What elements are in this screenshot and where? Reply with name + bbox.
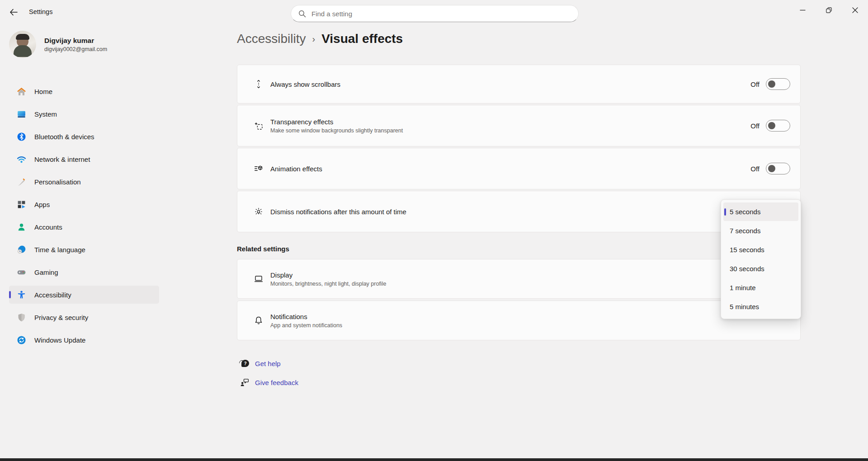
sidebar-item-windows-update[interactable]: Windows Update [9, 331, 159, 349]
sidebar-item-time-language[interactable]: Time & language [9, 240, 159, 259]
setting-title: Animation effects [270, 165, 750, 173]
sidebar-item-label: Time & language [34, 246, 85, 254]
search-box[interactable] [291, 5, 579, 22]
user-profile[interactable]: Digvijay kumar digvijay0002@gmail.com [9, 31, 107, 58]
sidebar-item-label: Privacy & security [34, 314, 88, 321]
sidebar-item-network[interactable]: Network & internet [9, 150, 159, 168]
sidebar-item-label: Accessibility [34, 291, 71, 299]
search-icon [298, 10, 306, 18]
related-title: Notifications [270, 313, 790, 320]
sidebar-item-bluetooth[interactable]: Bluetooth & devices [9, 127, 159, 146]
setting-row-dismiss-notifications: Dismiss notifications after this amount … [237, 191, 801, 232]
personalisation-icon [16, 177, 26, 187]
sidebar-item-label: Home [34, 88, 52, 95]
toggle-state-label: Off [750, 80, 760, 88]
back-button[interactable] [6, 5, 21, 19]
toggle-knob [768, 165, 775, 172]
search-input[interactable] [311, 10, 571, 18]
dropdown-option-7-seconds[interactable]: 7 seconds [723, 221, 798, 240]
app-title: Settings [29, 8, 52, 15]
sidebar-item-apps[interactable]: Apps [9, 195, 159, 213]
give-feedback-label: Give feedback [255, 379, 298, 386]
related-row-display[interactable]: Display Monitors, brightness, night ligh… [237, 259, 801, 299]
transparency-toggle[interactable] [766, 120, 790, 132]
maximize-button[interactable] [816, 0, 842, 20]
minimize-icon [799, 7, 806, 14]
settings-cards: Always show scrollbars Off Transparency … [237, 65, 801, 234]
sidebar-item-privacy[interactable]: Privacy & security [9, 308, 159, 326]
avatar [9, 31, 36, 58]
display-icon [254, 274, 264, 284]
dropdown-option-5-minutes[interactable]: 5 minutes [723, 297, 798, 316]
setting-title: Transparency effects [270, 118, 750, 126]
sidebar-item-accounts[interactable]: Accounts [9, 218, 159, 236]
toggle-state-label: Off [750, 165, 760, 173]
related-settings-header: Related settings [237, 245, 289, 253]
bottom-edge [0, 458, 868, 461]
sidebar-item-system[interactable]: System [9, 105, 159, 123]
footer-links: ? Get help Give feedback [240, 356, 298, 394]
dropdown-option-1-minute[interactable]: 1 minute [723, 278, 798, 297]
restore-icon [825, 6, 833, 14]
toggle-knob [768, 80, 775, 88]
user-email: digvijay0002@gmail.com [44, 46, 107, 52]
sidebar-item-label: Gaming [34, 268, 58, 276]
sidebar-item-home[interactable]: Home [9, 82, 159, 100]
close-button[interactable] [842, 0, 868, 20]
related-settings: Display Monitors, brightness, night ligh… [237, 259, 801, 342]
dropdown-option-5-seconds[interactable]: 5 seconds [723, 202, 798, 221]
setting-row-always-show-scrollbars: Always show scrollbars Off [237, 65, 801, 103]
network-icon [16, 154, 26, 164]
related-subtitle: App and system notifications [270, 322, 790, 329]
scrollbars-toggle[interactable] [766, 78, 790, 90]
notifications-icon [254, 315, 264, 325]
home-icon [16, 86, 26, 96]
breadcrumb-parent[interactable]: Accessibility [237, 32, 306, 46]
sidebar-item-label: Accounts [34, 223, 62, 231]
user-name: Digvijay kumar [44, 37, 107, 45]
windows-update-icon [16, 335, 26, 345]
sidebar-item-gaming[interactable]: Gaming [9, 263, 159, 281]
setting-title: Always show scrollbars [270, 80, 750, 88]
time-language-icon [16, 245, 26, 254]
toggle-state-label: Off [750, 122, 760, 130]
related-row-notifications[interactable]: Notifications App and system notificatio… [237, 301, 801, 340]
sidebar-nav: Home System Bluetooth & devices Network … [3, 82, 165, 353]
sidebar-item-label: Windows Update [34, 336, 85, 344]
give-feedback-icon [240, 377, 250, 387]
sidebar-item-label: Bluetooth & devices [34, 133, 94, 141]
minimize-button[interactable] [789, 0, 816, 20]
accounts-icon [16, 222, 26, 232]
accessibility-icon [16, 290, 26, 300]
animation-toggle[interactable] [766, 163, 790, 174]
setting-subtitle: Make some window backgrounds slightly tr… [270, 127, 750, 134]
sidebar-item-accessibility[interactable]: Accessibility [9, 286, 159, 304]
related-subtitle: Monitors, brightness, night light, displ… [270, 281, 790, 287]
settings-window: { "window": { "title": "Settings", "sear… [0, 0, 868, 461]
breadcrumb-separator-icon: › [312, 34, 315, 44]
transparency-icon [254, 121, 264, 131]
setting-title: Dismiss notifications after this amount … [270, 208, 790, 216]
setting-row-animation-effects: Animation effects Off [237, 148, 801, 189]
dropdown-option-15-seconds[interactable]: 15 seconds [723, 240, 798, 259]
sidebar-item-label: Network & internet [34, 155, 90, 163]
animation-effects-icon [254, 164, 264, 174]
breadcrumb: Accessibility › Visual effects [237, 32, 403, 46]
get-help-icon: ? [240, 358, 250, 368]
sidebar-item-personalisation[interactable]: Personalisation [9, 173, 159, 191]
get-help-label: Get help [255, 360, 281, 367]
give-feedback-link[interactable]: Give feedback [240, 375, 298, 390]
sidebar-item-label: Personalisation [34, 178, 81, 186]
scrollbars-icon [254, 79, 264, 89]
close-icon [852, 7, 859, 14]
dropdown-option-30-seconds[interactable]: 30 seconds [723, 259, 798, 278]
get-help-link[interactable]: ? Get help [240, 356, 298, 371]
dismiss-notifications-icon [254, 207, 264, 216]
apps-icon [16, 199, 26, 209]
sidebar-item-label: Apps [34, 201, 50, 208]
privacy-icon [16, 312, 26, 322]
page-title: Visual effects [321, 32, 403, 46]
sidebar-item-label: System [34, 110, 57, 118]
sidebar: Digvijay kumar digvijay0002@gmail.com Ho… [0, 24, 168, 461]
gaming-icon [16, 267, 26, 277]
